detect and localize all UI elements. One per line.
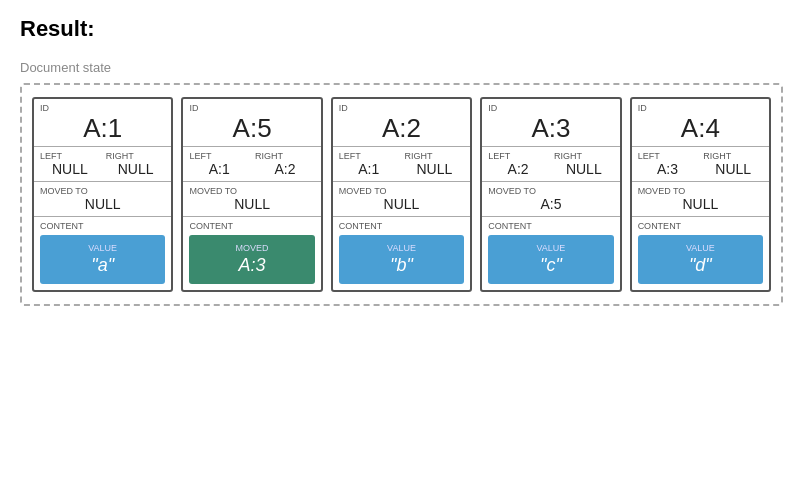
node-moved-row-0: MOVED TO NULL	[34, 182, 171, 217]
left-col: LEFT NULL	[40, 151, 100, 177]
right-col: RIGHT NULL	[106, 151, 166, 177]
value-box-value: "d"	[642, 255, 759, 276]
left-label: LEFT	[40, 151, 100, 161]
id-value: A:3	[488, 113, 613, 144]
node-lr-row-4: LEFT A:3 RIGHT NULL	[632, 147, 769, 182]
left-col: LEFT A:2	[488, 151, 548, 177]
node-content-row-2: CONTENT VALUE "b"	[333, 217, 470, 290]
right-label: RIGHT	[255, 151, 315, 161]
node-card-A2: ID A:2 LEFT A:1 RIGHT NULL MOVED TO NULL…	[331, 97, 472, 292]
content-label: CONTENT	[638, 221, 763, 231]
node-lr-row-3: LEFT A:2 RIGHT NULL	[482, 147, 619, 182]
content-label: CONTENT	[488, 221, 613, 231]
right-col: RIGHT NULL	[703, 151, 763, 177]
right-label: RIGHT	[703, 151, 763, 161]
node-lr-row-2: LEFT A:1 RIGHT NULL	[333, 147, 470, 182]
value-box: VALUE "d"	[638, 235, 763, 284]
id-label: ID	[40, 103, 165, 113]
value-box: VALUE "b"	[339, 235, 464, 284]
page: Result: Document state ID A:1 LEFT NULL …	[0, 0, 803, 322]
value-box-value: A:3	[193, 255, 310, 276]
node-moved-row-4: MOVED TO NULL	[632, 182, 769, 217]
right-label: RIGHT	[554, 151, 614, 161]
left-value: A:3	[638, 161, 698, 177]
document-state: ID A:1 LEFT NULL RIGHT NULL MOVED TO NUL…	[20, 83, 783, 306]
moved-label: MOVED TO	[488, 186, 613, 196]
right-col: RIGHT NULL	[554, 151, 614, 177]
content-label: CONTENT	[189, 221, 314, 231]
moved-label: MOVED TO	[339, 186, 464, 196]
moved-value: NULL	[40, 196, 165, 212]
node-card-A5: ID A:5 LEFT A:1 RIGHT A:2 MOVED TO NULL …	[181, 97, 322, 292]
id-label: ID	[339, 103, 464, 113]
right-label: RIGHT	[106, 151, 166, 161]
id-label: ID	[638, 103, 763, 113]
left-label: LEFT	[638, 151, 698, 161]
moved-value: NULL	[339, 196, 464, 212]
right-label: RIGHT	[405, 151, 465, 161]
id-label: ID	[488, 103, 613, 113]
value-box-label: VALUE	[44, 243, 161, 253]
content-label: CONTENT	[339, 221, 464, 231]
value-box: MOVED A:3	[189, 235, 314, 284]
node-lr-row-0: LEFT NULL RIGHT NULL	[34, 147, 171, 182]
left-label: LEFT	[189, 151, 249, 161]
left-col: LEFT A:1	[189, 151, 249, 177]
left-value: A:1	[339, 161, 399, 177]
value-box-value: "c"	[492, 255, 609, 276]
left-value: A:1	[189, 161, 249, 177]
page-title: Result:	[20, 16, 783, 42]
right-value: NULL	[106, 161, 166, 177]
node-moved-row-3: MOVED TO A:5	[482, 182, 619, 217]
node-lr-row-1: LEFT A:1 RIGHT A:2	[183, 147, 320, 182]
content-label: CONTENT	[40, 221, 165, 231]
id-value: A:2	[339, 113, 464, 144]
node-content-row-1: CONTENT MOVED A:3	[183, 217, 320, 290]
left-label: LEFT	[339, 151, 399, 161]
moved-label: MOVED TO	[638, 186, 763, 196]
value-box: VALUE "a"	[40, 235, 165, 284]
moved-value: NULL	[189, 196, 314, 212]
node-content-row-0: CONTENT VALUE "a"	[34, 217, 171, 290]
value-box-value: "b"	[343, 255, 460, 276]
right-value: NULL	[554, 161, 614, 177]
value-box-label: VALUE	[492, 243, 609, 253]
node-moved-row-2: MOVED TO NULL	[333, 182, 470, 217]
section-label: Document state	[20, 60, 783, 75]
moved-value: NULL	[638, 196, 763, 212]
value-box-label: MOVED	[193, 243, 310, 253]
right-col: RIGHT A:2	[255, 151, 315, 177]
moved-value: A:5	[488, 196, 613, 212]
right-value: NULL	[405, 161, 465, 177]
value-box-value: "a"	[44, 255, 161, 276]
value-box-label: VALUE	[642, 243, 759, 253]
node-card-A4: ID A:4 LEFT A:3 RIGHT NULL MOVED TO NULL…	[630, 97, 771, 292]
node-content-row-3: CONTENT VALUE "c"	[482, 217, 619, 290]
node-content-row-4: CONTENT VALUE "d"	[632, 217, 769, 290]
left-col: LEFT A:3	[638, 151, 698, 177]
left-col: LEFT A:1	[339, 151, 399, 177]
node-id-row-2: ID A:2	[333, 99, 470, 147]
id-value: A:1	[40, 113, 165, 144]
value-box: VALUE "c"	[488, 235, 613, 284]
node-card-A3: ID A:3 LEFT A:2 RIGHT NULL MOVED TO A:5 …	[480, 97, 621, 292]
right-value: NULL	[703, 161, 763, 177]
node-moved-row-1: MOVED TO NULL	[183, 182, 320, 217]
right-value: A:2	[255, 161, 315, 177]
node-id-row-1: ID A:5	[183, 99, 320, 147]
node-id-row-0: ID A:1	[34, 99, 171, 147]
moved-label: MOVED TO	[40, 186, 165, 196]
left-value: A:2	[488, 161, 548, 177]
left-label: LEFT	[488, 151, 548, 161]
value-box-label: VALUE	[343, 243, 460, 253]
left-value: NULL	[40, 161, 100, 177]
node-id-row-4: ID A:4	[632, 99, 769, 147]
id-value: A:4	[638, 113, 763, 144]
id-value: A:5	[189, 113, 314, 144]
node-id-row-3: ID A:3	[482, 99, 619, 147]
node-card-A1: ID A:1 LEFT NULL RIGHT NULL MOVED TO NUL…	[32, 97, 173, 292]
moved-label: MOVED TO	[189, 186, 314, 196]
right-col: RIGHT NULL	[405, 151, 465, 177]
id-label: ID	[189, 103, 314, 113]
